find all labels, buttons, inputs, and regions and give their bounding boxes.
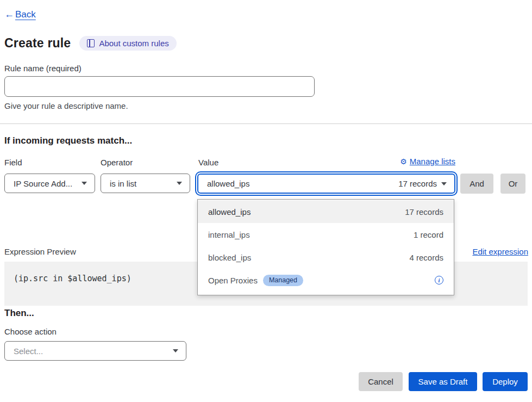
value-select[interactable]: allowed_ips 17 records [197, 174, 455, 194]
manage-lists-label: Manage lists [410, 157, 455, 166]
back-link[interactable]: ←Back [4, 9, 36, 20]
manage-lists-link[interactable]: ⚙ Manage lists [197, 157, 455, 166]
operator-select[interactable]: is in list [101, 174, 190, 193]
chevron-down-icon [441, 182, 447, 185]
edit-expression-link[interactable]: Edit expression [472, 247, 528, 256]
then-section-heading: Then... [4, 308, 34, 319]
info-icon[interactable]: i [435, 276, 443, 285]
operator-select-value: is in list [110, 179, 136, 188]
list-item-open-proxies[interactable]: Open Proxies Managed i [198, 269, 454, 292]
value-dropdown-menu: allowed_ips 17 records internal_ips 1 re… [197, 199, 454, 295]
rule-name-helper-text: Give your rule a descriptive name. [4, 101, 128, 110]
field-label: Field [4, 158, 22, 167]
deploy-button[interactable]: Deploy [483, 372, 528, 391]
list-item-blocked-ips[interactable]: blocked_ips 4 records [198, 246, 454, 269]
field-select[interactable]: IP Source Add... [4, 174, 95, 193]
about-custom-rules-label: About custom rules [99, 39, 168, 48]
action-select-placeholder: Select... [14, 347, 43, 356]
rule-name-label: Rule name (required) [4, 64, 82, 73]
list-item-record-count: 1 record [414, 230, 443, 239]
back-arrow-icon: ← [4, 9, 14, 20]
list-item-record-count: 17 records [405, 207, 443, 217]
managed-badge: Managed [263, 275, 303, 286]
value-select-value: allowed_ips [207, 179, 249, 188]
title-row: Create rule About custom rules [4, 36, 177, 51]
expression-preview-label: Expression Preview [4, 247, 76, 256]
field-select-value: IP Source Add... [14, 179, 72, 188]
list-item-name: Open Proxies [208, 276, 258, 285]
value-select-records: 17 records [398, 179, 437, 188]
or-button[interactable]: Or [500, 174, 525, 194]
operator-label: Operator [101, 158, 133, 167]
list-item-allowed-ips[interactable]: allowed_ips 17 records [198, 200, 454, 223]
gear-icon: ⚙ [400, 158, 407, 165]
page-title: Create rule [4, 36, 71, 51]
chevron-down-icon [177, 182, 182, 185]
cancel-button[interactable]: Cancel [359, 372, 403, 391]
list-item-name: blocked_ips [208, 253, 251, 262]
expression-code: (ip.src in $allowed_ips) [14, 274, 132, 283]
chevron-down-icon [173, 349, 178, 352]
section-divider [0, 123, 532, 124]
about-custom-rules-link[interactable]: About custom rules [79, 36, 176, 51]
book-icon [87, 39, 95, 47]
save-as-draft-button[interactable]: Save as Draft [409, 372, 477, 391]
action-select[interactable]: Select... [4, 341, 186, 361]
choose-action-label: Choose action [4, 327, 57, 336]
list-item-name: internal_ips [208, 230, 250, 239]
list-item-name: allowed_ips [208, 207, 251, 217]
match-section-heading: If incoming requests match... [4, 135, 132, 146]
list-item-internal-ips[interactable]: internal_ips 1 record [198, 223, 454, 246]
back-link-label: Back [15, 9, 36, 20]
chevron-down-icon [82, 182, 87, 185]
rule-name-input[interactable] [4, 76, 315, 97]
and-button[interactable]: And [460, 174, 493, 194]
list-item-record-count: 4 records [409, 253, 443, 262]
